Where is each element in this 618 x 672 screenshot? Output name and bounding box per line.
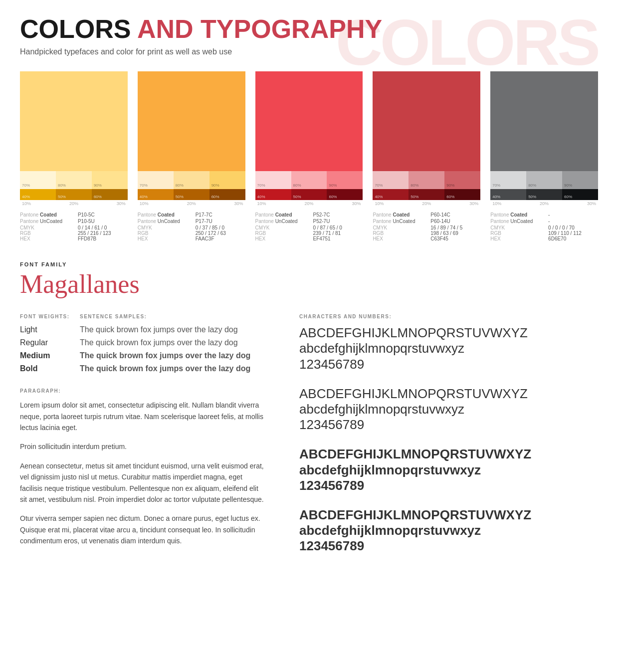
weight-row-regular: Regular The quick brown fox jumps over t… [20,338,269,347]
chars-group-medium: ABCDEFGHIJKLMNOPQRSTUVWXYZ abcdefghijklm… [299,447,598,493]
tint-strip-dark-red: 70% 80% 90% [373,171,480,189]
shade-60: 60% [209,189,245,200]
font-content: FONT WEIGHTS: SENTENCE SAMPLES: Light Th… [20,314,598,568]
row-percents-orange: 10%20%30% [138,200,245,207]
swatch-info-orange: Pantone Coated Pantone UnCoated CMYK RGB… [138,212,245,241]
chars-group-regular: ABCDEFGHIJKLMNOPQRSTUVWXYZ abcdefghijklm… [299,386,598,433]
row-percents-gray: 10%20%30% [490,200,598,207]
paragraph-2: Proin sollicitudin interdum pretium. [20,441,264,452]
chars-uppercase-light: ABCDEFGHIJKLMNOPQRSTUVWXYZ [299,325,598,341]
weight-name-bold: Bold [20,364,80,373]
tint-90: 90% [444,171,480,189]
weight-row-light: Light The quick brown fox jumps over the… [20,325,269,334]
tint-80: 80% [174,171,209,189]
font-family-name: Magallanes [20,269,598,299]
weight-row-medium: Medium The quick brown fox jumps over th… [20,351,269,360]
chars-numbers-light: 123456789 [299,357,598,372]
weight-sample-regular: The quick brown fox jumps over the lazy … [80,338,238,347]
paragraph-1: Lorem ipsum dolor sit amet, consectetur … [20,400,264,433]
tint-80: 80% [291,171,327,189]
shade-50: 50% [291,189,327,200]
swatch-main-orange [138,71,245,171]
chars-uppercase-bold: ABCDEFGHIJKLMNOPQRSTUVWXYZ [299,507,598,523]
page-title: COLORS AND TYPOGRAPHY [20,15,598,43]
swatch-red: 70% 80% 90% 40% 50% 60% 10%20%30% Panton… [255,71,363,241]
row-percents-red: 10%20%30% [255,200,363,207]
shade-50: 50% [56,189,92,200]
chars-numbers-regular: 123456789 [299,417,598,433]
tint-70: 70% [373,171,409,189]
swatches-container: 70% 80% 90% 40% 50% 60% 10%20%30% Panton… [20,71,598,241]
weight-name-medium: Medium [20,351,80,360]
shade-strip-dark-red: 40% 50% 60% [373,189,480,200]
swatch-yellow: 70% 80% 90% 40% 50% 60% 10%20%30% Panton… [20,71,128,241]
tint-90: 90% [92,171,128,189]
swatch-orange: 70% 80% 90% 40% 50% 60% 10%20%30% Panton… [138,71,245,241]
weight-sample-bold: The quick brown fox jumps over the lazy … [80,364,250,373]
shade-strip-yellow: 40% 50% 60% [20,189,128,200]
tint-strip-gray: 70% 80% 90% [490,171,598,189]
shade-strip-red: 40% 50% 60% [255,189,363,200]
tint-strip-orange: 70% 80% 90% [138,171,245,189]
shade-40: 40% [373,189,409,200]
info-col-right: P10-5C P10-5U 0 / 14 / 61 / 0 255 / 216 … [78,212,128,241]
row-percents-dark-red: 10%20%30% [373,200,480,207]
swatch-gray: 70% 80% 90% 40% 50% 60% 10%20%30% Panton… [490,71,598,241]
tint-90: 90% [562,171,598,189]
shade-60: 60% [92,189,128,200]
tint-80: 80% [409,171,444,189]
font-family-label: FONT FAMILY [20,261,598,267]
shade-60: 60% [327,189,363,200]
shade-50: 50% [174,189,209,200]
swatch-info-dark-red: Pantone Coated Pantone UnCoated CMYK RGB… [373,212,480,241]
chars-lowercase-bold: abcdefghijklmnopqrstuvwxyz [299,523,598,538]
shade-40: 40% [490,189,526,200]
font-section: FONT FAMILY Magallanes FONT WEIGHTS: SEN… [20,261,598,568]
paragraph-4: Otur viverra semper sapien nec dictum. D… [20,513,264,546]
weight-name-regular: Regular [20,338,80,347]
chars-uppercase-medium: ABCDEFGHIJKLMNOPQRSTUVWXYZ [299,447,598,462]
tint-90: 90% [209,171,245,189]
swatch-info-red: Pantone Coated Pantone UnCoated CMYK RGB… [255,212,363,241]
chars-lowercase-medium: abcdefghijklmnopqrstuvwxyz [299,462,598,478]
font-weights: FONT WEIGHTS: SENTENCE SAMPLES: Light Th… [20,314,269,373]
shade-strip-gray: 40% 50% 60% [490,189,598,200]
swatch-info-yellow: Pantone Coated Pantone UnCoated CMYK RGB… [20,212,128,241]
info-col-left: Pantone Coated Pantone UnCoated CMYK RGB… [20,212,70,241]
tint-80: 80% [526,171,562,189]
swatch-main-dark-red [373,71,480,171]
tint-80: 80% [56,171,92,189]
sentence-label: SENTENCE SAMPLES: [80,314,269,319]
shade-40: 40% [255,189,291,200]
weight-name-light: Light [20,325,80,334]
tint-70: 70% [490,171,526,189]
weight-sample-light: The quick brown fox jumps over the lazy … [80,325,238,334]
weights-label: FONT WEIGHTS: [20,314,80,319]
chars-uppercase-regular: ABCDEFGHIJKLMNOPQRSTUVWXYZ [299,386,598,402]
tint-70: 70% [255,171,291,189]
row-percents-yellow: 10%20%30% [20,200,128,207]
shade-60: 60% [444,189,480,200]
paragraph-section: PARAGRAPH: Lorem ipsum dolor sit amet, c… [20,388,269,546]
chars-group-light: ABCDEFGHIJKLMNOPQRSTUVWXYZ abcdefghijklm… [299,325,598,372]
font-left: FONT WEIGHTS: SENTENCE SAMPLES: Light Th… [20,314,269,568]
font-right: CHARACTERS AND NUMBERS: ABCDEFGHIJKLMNOP… [299,314,598,568]
shade-50: 50% [526,189,562,200]
title-red: AND TYPOGRAPHY [137,14,382,43]
swatch-main-yellow [20,71,128,171]
chars-numbers-medium: 123456789 [299,478,598,493]
weight-sample-medium: The quick brown fox jumps over the lazy … [80,351,250,360]
tint-70: 70% [138,171,174,189]
chars-numbers-bold: 123456789 [299,538,598,554]
shade-40: 40% [138,189,174,200]
swatch-dark-red: 70% 80% 90% 40% 50% 60% 10%20%30% Panton… [373,71,480,241]
shade-50: 50% [409,189,444,200]
chars-lowercase-light: abcdefghijklmnopqrstuvwxyz [299,341,598,356]
page-header: COLORS COLORS AND TYPOGRAPHY Handpicked … [20,15,598,56]
paragraph-3: Aenean consectetur, metus sit amet tinci… [20,460,264,505]
weight-row-bold: Bold The quick brown fox jumps over the … [20,364,269,373]
tint-70: 70% [20,171,56,189]
shade-60: 60% [562,189,598,200]
tint-strip-yellow: 70% 80% 90% [20,171,128,189]
title-black: COLORS [20,14,131,43]
